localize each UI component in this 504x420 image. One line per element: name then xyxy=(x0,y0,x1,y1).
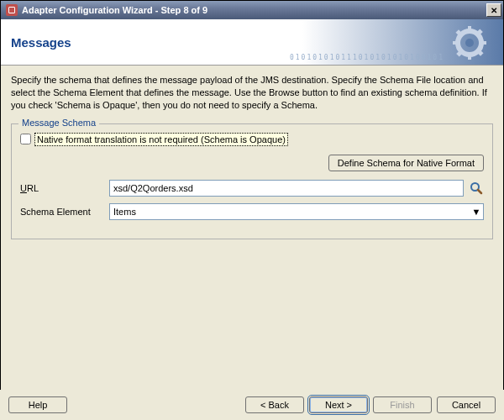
help-button[interactable]: Help xyxy=(8,396,67,413)
titlebar: Adapter Configuration Wizard - Step 8 of… xyxy=(1,1,503,19)
next-button[interactable]: Next > xyxy=(309,396,368,413)
message-schema-fieldset: Message Schema Native format translation… xyxy=(11,123,493,239)
opaque-checkbox[interactable] xyxy=(20,134,31,144)
opaque-checkbox-label[interactable]: Native format translation is not require… xyxy=(34,133,288,146)
intro-text: Specify the schema that defines the mess… xyxy=(11,74,493,112)
app-icon xyxy=(6,4,18,16)
schema-element-row: Schema Element Items ▼ xyxy=(20,203,484,220)
browse-button[interactable] xyxy=(469,181,484,196)
chevron-down-icon: ▼ xyxy=(470,204,483,219)
schema-element-select[interactable]: Items ▼ xyxy=(109,203,484,220)
banner: Messages 010101010111010101010100101 xyxy=(1,19,503,66)
content-area: Specify the schema that defines the mess… xyxy=(1,66,503,385)
svg-rect-3 xyxy=(453,41,459,45)
schema-element-value: Items xyxy=(113,207,470,217)
banner-decoration: 010101010111010101010100101 xyxy=(290,54,444,61)
url-label: URL xyxy=(20,183,104,193)
page-title: Messages xyxy=(11,35,71,50)
close-icon: ✕ xyxy=(491,6,497,15)
svg-rect-1 xyxy=(468,26,471,32)
opaque-checkbox-row: Native format translation is not require… xyxy=(20,133,484,146)
close-button[interactable]: ✕ xyxy=(486,3,501,17)
cancel-button[interactable]: Cancel xyxy=(437,396,496,413)
back-button[interactable]: < Back xyxy=(245,396,304,413)
url-input[interactable] xyxy=(109,180,464,197)
svg-line-11 xyxy=(478,190,481,193)
magnifier-icon xyxy=(470,181,483,195)
footer: Help < Back Next > Finish Cancel xyxy=(0,390,504,420)
finish-button: Finish xyxy=(373,396,432,413)
gear-icon xyxy=(453,26,486,60)
define-schema-button[interactable]: Define Schema for Native Format xyxy=(328,155,484,171)
window-title: Adapter Configuration Wizard - Step 8 of… xyxy=(22,5,486,15)
svg-rect-2 xyxy=(468,54,471,60)
url-row: URL xyxy=(20,180,484,197)
schema-element-label: Schema Element xyxy=(20,207,104,217)
fieldset-legend: Message Schema xyxy=(18,118,99,128)
svg-point-9 xyxy=(465,39,474,47)
svg-rect-4 xyxy=(480,41,486,45)
